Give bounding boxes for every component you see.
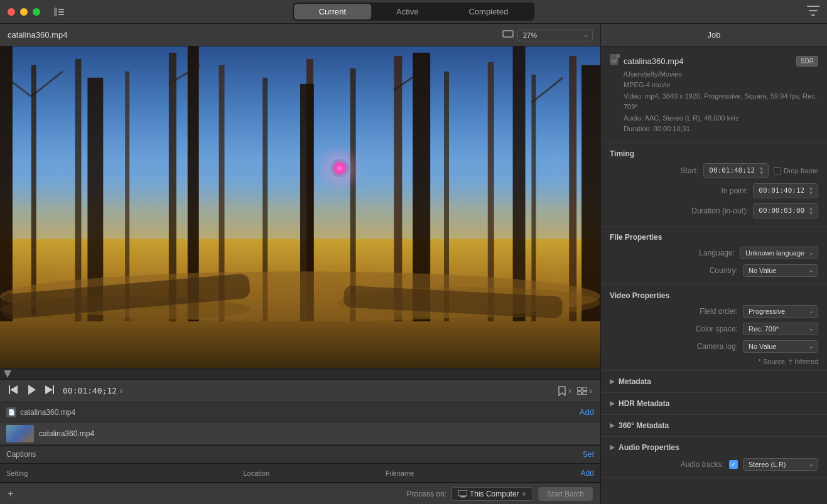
color-space-row: Color space: Rec. 709*: [610, 323, 818, 335]
inpoint-row: In point: 00:01:40;12 ▲ ▼: [610, 183, 818, 198]
threesixty-metadata-header[interactable]: ▶ 360° Metadata: [601, 415, 827, 436]
field-order-select-wrapper: Progressive: [743, 305, 818, 318]
svg-rect-1: [58, 9, 64, 10]
svg-rect-27: [581, 65, 600, 321]
camera-log-row: Camera log: No Value: [610, 340, 818, 353]
duration-value: 00:00:03:00: [759, 206, 804, 215]
camera-log-select[interactable]: No Value: [743, 340, 818, 353]
left-panel: catalina360.mp4 27% 50% 100%: [0, 24, 601, 504]
tab-current[interactable]: Current: [294, 4, 371, 19]
sdr-badge: SDR: [796, 56, 818, 67]
window-controls: [0, 8, 48, 16]
tab-completed[interactable]: Completed: [443, 4, 533, 19]
source-thumbnail: [6, 425, 34, 442]
start-down-chevron: ▼: [760, 171, 763, 176]
start-input[interactable]: 00:01:40;12 ▲ ▼: [703, 163, 769, 178]
source-title: 📄 catalina360.mp4: [6, 407, 75, 417]
svg-rect-46: [583, 392, 587, 395]
close-button[interactable]: [8, 8, 15, 16]
go-to-start-button[interactable]: [8, 384, 20, 398]
audio-chevron: ▶: [610, 444, 615, 451]
metadata-header[interactable]: ▶ Metadata: [601, 371, 827, 392]
maximize-button[interactable]: [33, 8, 40, 16]
hdr-metadata-header[interactable]: ▶ HDR Metadata: [601, 393, 827, 414]
file-duration: Duration: 00:00:10;31: [610, 124, 818, 135]
zoom-select[interactable]: 27% 50% 100%: [517, 29, 593, 41]
filter-icon[interactable]: [807, 8, 819, 18]
threesixty-metadata-section: ▶ 360° Metadata: [601, 415, 827, 437]
language-row: Language: Unknown language: [610, 247, 818, 259]
drop-frame-checkbox[interactable]: [774, 167, 781, 174]
duration-row: Duration (in-out): 00:00:03:00 ▲ ▼: [610, 203, 818, 218]
svg-rect-52: [616, 54, 620, 58]
aspect-ratio-icon: [502, 30, 514, 40]
drop-frame-label: Drop frame: [784, 167, 818, 174]
captions-set-button[interactable]: Set: [583, 450, 594, 459]
audio-checkbox[interactable]: ✓: [729, 460, 738, 469]
play-button[interactable]: [25, 383, 38, 399]
video-properties-note: * Source, † Inferred: [610, 358, 818, 370]
color-space-label: Color space:: [675, 324, 738, 333]
language-select[interactable]: Unknown language: [740, 247, 818, 259]
svg-rect-20: [569, 56, 576, 321]
country-select[interactable]: No Value: [743, 264, 818, 277]
timecode-value: 00:01:40;12: [63, 386, 117, 395]
field-order-select[interactable]: Progressive: [743, 305, 818, 318]
start-batch-button[interactable]: Start Batch: [538, 487, 593, 501]
bookmark-button[interactable]: ∨: [558, 386, 572, 396]
title-bar: Current Active Completed: [0, 0, 827, 24]
duration-input[interactable]: 00:00:03:00 ▲ ▼: [753, 203, 818, 218]
camera-log-label: Camera log:: [675, 342, 738, 351]
threesixty-chevron: ▶: [610, 422, 615, 429]
tab-active[interactable]: Active: [371, 4, 443, 19]
start-chevrons: ▲ ▼: [760, 166, 763, 176]
start-value: 00:01:40;12: [709, 166, 755, 174]
svg-rect-4: [807, 6, 819, 7]
country-label: Country:: [675, 266, 738, 275]
audio-tracks-row: Audio tracks: ✓ Stereo (L R): [601, 458, 827, 477]
view-button[interactable]: ∨: [577, 387, 593, 395]
forest-scene: [0, 46, 600, 368]
add-job-button[interactable]: +: [8, 488, 13, 500]
inpoint-chevrons: ▲ ▼: [809, 186, 813, 196]
svg-marker-40: [28, 385, 36, 395]
svg-rect-8: [31, 65, 36, 315]
video-properties-section: Video Properties Field order: Progressiv…: [601, 285, 827, 371]
file-audio-info: Audio: AAC, Stereo (L R), 48.000 kHz: [610, 113, 818, 124]
duration-chevrons: ▲ ▼: [809, 206, 813, 216]
sidebar-toggle-button[interactable]: [50, 3, 68, 21]
minimize-button[interactable]: [20, 8, 28, 16]
timing-header: Timing: [610, 143, 818, 163]
start-label: Start:: [635, 166, 698, 175]
svg-rect-47: [458, 490, 467, 496]
playback-bar: 00:01:40;12 ∨ ∨ ∨: [0, 379, 600, 402]
go-to-end-button[interactable]: [43, 384, 55, 398]
source-item[interactable]: catalina360.mp4: [0, 422, 600, 445]
process-computer-button[interactable]: This Computer ∨: [451, 487, 533, 501]
bottom-bar: + Process on: This Computer ∨ Start Batc…: [0, 483, 600, 504]
source-filename: catalina360.mp4: [20, 408, 75, 417]
field-order-row: Field order: Progressive: [610, 305, 818, 318]
timeline-scrub[interactable]: [0, 368, 600, 379]
duration-label: Duration (in-out):: [685, 206, 748, 215]
job-header: Job: [601, 24, 827, 46]
audio-properties-header[interactable]: ▶ Audio Properties: [601, 437, 827, 458]
file-video-info: Video: mp4, 3840 x 1920, Progressive, Sq…: [610, 91, 818, 113]
source-item-name: catalina360.mp4: [39, 429, 94, 438]
main-content: catalina360.mp4 27% 50% 100%: [0, 24, 827, 504]
captions-add-button[interactable]: Add: [575, 469, 594, 478]
inpoint-input[interactable]: 00:01:40;12 ▲ ▼: [753, 183, 818, 198]
audio-tracks-select-wrapper: Stereo (L R): [743, 458, 818, 471]
file-type-icon: [610, 54, 620, 68]
source-add-button[interactable]: Add: [580, 407, 594, 417]
svg-marker-39: [10, 385, 18, 394]
audio-properties-title: Audio Properties: [619, 443, 679, 452]
bookmark-chevron: ∨: [568, 387, 572, 394]
scrub-handle[interactable]: [4, 370, 11, 378]
inpoint-label: In point:: [685, 186, 748, 195]
language-select-wrapper: Unknown language: [740, 247, 818, 259]
svg-rect-7: [503, 31, 513, 37]
audio-tracks-select[interactable]: Stereo (L R): [743, 458, 818, 471]
color-space-select[interactable]: Rec. 709*: [743, 323, 818, 335]
preview-area: [0, 46, 600, 368]
